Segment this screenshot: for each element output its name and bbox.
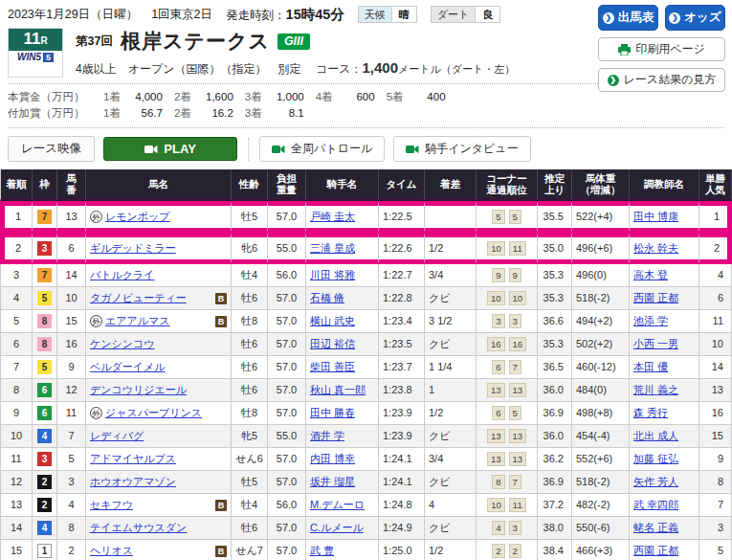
trainer-link[interactable]: 松永 幹夫 [633,242,678,254]
jockey-link[interactable]: 田中 勝春 [310,407,355,418]
jockey-link[interactable]: 川田 将雅 [310,269,355,280]
horse-link[interactable]: ギルデッドミラー [90,241,176,256]
jockey-interview-button[interactable]: 騎手インタビュー [393,136,530,162]
trainer-link[interactable]: 加藤 征弘 [633,453,678,464]
horse-link[interactable]: ホウオウアマゾン [90,475,176,489]
cell-favorite-rank: 8 [699,471,732,494]
jockey-link[interactable]: 横山 武史 [310,315,355,326]
horse-link[interactable]: ケンシンコウ [90,337,155,351]
horse-link[interactable]: ベルダーイメル [90,360,166,374]
cell-finish-position: 12 [0,471,33,494]
cell-last3f: 37.2 [538,494,572,517]
cell-frame: 6 [33,402,57,425]
cell-horse-name: ヘリオスB [86,540,232,560]
jockey-link[interactable]: 武 豊 [310,545,334,556]
cell-jockey: 三浦 皇成 [306,233,379,264]
cell-jockey: 戸崎 圭太 [306,201,379,233]
cell-horse-number: 11 [57,402,86,425]
cell-finish-position: 13 [0,494,33,517]
corner3-chip: 3 [492,314,504,328]
table-row: 1 7 13 外レモンポップ 牡5 57.0 戸崎 圭太 1:22.5 55 3… [0,201,732,233]
odds-button[interactable]: オッズ [665,5,725,31]
cell-horse-name: テイエムサウスダン [86,517,232,540]
jockey-link[interactable]: M.デムーロ [310,499,365,510]
horse-link[interactable]: ヘリオス [90,544,133,558]
trainer-link[interactable]: 森 秀行 [633,407,668,418]
jockey-link[interactable]: 秋山 真一郎 [310,384,366,395]
trainer-link[interactable]: 田中 博康 [633,211,678,222]
table-row: 7 5 9 ベルダーイメル 牡6 57.0 柴田 善臣 1:23.7 1 1/4… [0,356,732,379]
cell-finish-position: 1 [0,201,33,233]
corner4-chip: 7 [509,475,521,489]
results-guide-button[interactable]: レース結果の見方 [598,68,725,92]
horse-link[interactable]: デンコウリジエール [90,383,187,397]
horse-link[interactable]: レモンポップ [105,210,170,224]
cell-corner-positions: 1010 [477,287,538,310]
trainer-link[interactable]: 荒川 義之 [633,384,678,395]
jockey-link[interactable]: 石橋 脩 [310,292,344,303]
horse-link[interactable]: テイエムサウスダン [90,521,187,535]
frame-number-badge: 3 [37,452,52,466]
cell-jockey: 酒井 学 [306,425,379,448]
horse-link[interactable]: ジャスパープリンス [105,406,202,420]
corner3-chip: 9 [492,268,504,282]
cell-finish-position: 14 [0,517,33,540]
blinker-badge: B [215,316,227,327]
trainer-link[interactable]: 西園 正都 [633,545,678,556]
trainer-link[interactable]: 小西 一男 [633,338,678,349]
cell-finish-position: 3 [0,264,33,287]
trainer-link[interactable]: 北出 成人 [633,430,678,441]
patrol-video-button[interactable]: 全周パトロール [259,136,385,162]
jockey-link[interactable]: 酒井 学 [310,430,344,441]
cell-body-weight: 484(0) [572,379,630,402]
horse-link[interactable]: アドマイヤルプス [90,452,176,466]
cell-horse-number: 8 [57,517,86,540]
entry-table-button[interactable]: 出馬表 [598,5,658,31]
cell-favorite-rank: 14 [699,356,732,379]
weather-value: 晴 [392,7,416,22]
corner3-chip: 6 [492,406,504,420]
jockey-link[interactable]: 三浦 皇成 [310,242,355,254]
horse-link[interactable]: タガノビューティー [90,291,187,305]
cell-last3f: 35.5 [538,201,572,233]
course-detail: メートル（ダート・左） [398,63,515,75]
play-button[interactable]: PLAY [103,137,237,161]
horse-link[interactable]: レディバグ [90,429,144,443]
print-button[interactable]: 印刷用ページ [598,37,725,61]
cell-margin [425,201,477,233]
cell-finish-position: 8 [0,379,33,402]
horse-link[interactable]: セキフウ [90,498,133,512]
jockey-link[interactable]: 柴田 善臣 [310,361,355,372]
jockey-link[interactable]: 坂井 瑠星 [310,476,355,487]
horse-link[interactable]: エアアルマス [105,314,170,328]
cell-margin: クビ [425,425,477,448]
trainer-link[interactable]: 武 幸四郎 [633,499,678,510]
cell-body-weight: 466(+3) [572,540,630,560]
start-time-group: 発走時刻：15時45分 [226,6,344,24]
jockey-link[interactable]: 戸崎 圭太 [310,211,355,222]
trainer-link[interactable]: 本田 優 [633,361,668,372]
corner4-chip: 13 [509,383,527,397]
jockey-link[interactable]: 内田 博幸 [310,453,355,464]
start-time-label: 発走時刻： [226,9,286,22]
jockey-link[interactable]: 田辺 裕信 [310,338,355,349]
horse-link[interactable]: バトルクライ [90,268,155,282]
cell-jockey: 坂井 瑠星 [306,471,379,494]
cell-horse-name: 外エアアルマスB [86,310,232,333]
trainer-link[interactable]: 西園 正都 [633,292,678,303]
cell-margin: 1/2 [425,540,477,560]
trainer-link[interactable]: 矢作 芳人 [633,476,678,487]
trainer-link[interactable]: 高木 登 [633,269,668,280]
cell-margin: 1/2 [425,402,477,425]
trainer-link[interactable]: 蛯名 正義 [633,522,678,533]
table-row: 15 1 2 ヘリオスB せん7 57.0 武 豊 1:25.0 1/2 22 … [0,540,732,560]
jockey-link[interactable]: C.ルメール [310,522,364,533]
cell-body-weight: 518(-2) [572,471,630,494]
prize-rank: 2着 [174,107,191,119]
cell-sex-age: 牡8 [232,402,268,425]
cell-body-weight: 502(+2) [572,333,630,356]
trainer-link[interactable]: 池添 学 [633,315,668,326]
cell-trainer: 本田 優 [630,356,699,379]
cell-body-weight: 494(+2) [572,310,630,333]
frame-number-badge: 5 [37,291,52,305]
